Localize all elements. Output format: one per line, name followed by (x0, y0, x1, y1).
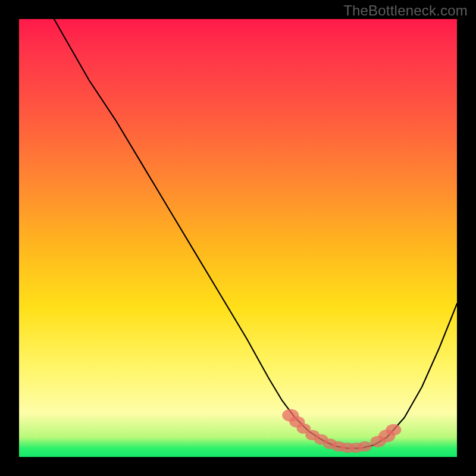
watermark-text: TheBottleneck.com (343, 2, 468, 19)
highlight-marker (386, 424, 401, 436)
plot-area (19, 19, 457, 457)
highlight-marker (358, 441, 372, 452)
chart-frame: TheBottleneck.com (0, 0, 476, 476)
bottleneck-curve (54, 19, 457, 448)
highlight-markers (282, 409, 401, 453)
curve-layer (19, 19, 457, 457)
